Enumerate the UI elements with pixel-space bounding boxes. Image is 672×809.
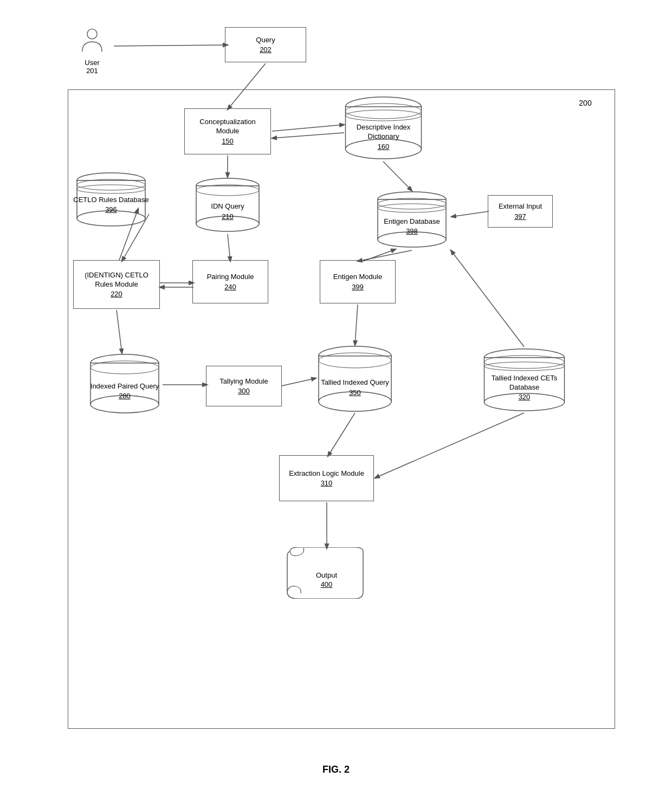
indexed-paired-query-label: Indexed Paired Query [91,382,159,391]
cetlo-rules-db-cylinder: CETLO Rules Database 396 [73,171,149,228]
query-box: Query 202 [225,27,306,62]
cetlo-rules-db-id: 396 [73,205,148,213]
output-scroll: Output 400 [285,547,369,599]
output-id: 400 [321,580,333,588]
identign-cetlo-label: (IDENTIGN) CETLO Rules Module [77,271,156,289]
entigen-db-id: 398 [384,227,440,235]
svg-line-33 [114,45,228,46]
conceptualization-id: 150 [222,137,234,145]
pairing-module-id: 240 [224,283,236,291]
cetlo-rules-db-label: CETLO Rules Database [73,196,148,205]
descriptive-index-id: 160 [341,143,425,151]
diagram-id-label: 200 [579,99,591,107]
descriptive-index-cylinder: Descriptive Index Dictionary 160 [341,95,425,160]
indexed-paired-query-cylinder: Indexed Paired Query 280 [87,352,163,415]
tallied-indexed-cets-label: Tallied Indexed CETs Database [480,374,569,392]
tallying-module-label: Tallying Module [219,377,268,386]
svg-point-0 [87,29,97,39]
conceptualization-label: Conceptualization Module [188,118,267,136]
extraction-logic-label: Extraction Logic Module [289,469,364,478]
figure-label: FIG. 2 [322,764,350,775]
pairing-module-label: Pairing Module [207,273,254,282]
tallied-indexed-cets-id: 320 [480,393,569,401]
tallied-indexed-cets-cylinder: Tallied Indexed CETs Database 320 [480,347,569,412]
external-input-box: External Input 397 [488,195,553,228]
conceptualization-box: Conceptualization Module 150 [184,108,271,154]
tallied-indexed-query-id: 350 [321,389,389,397]
pairing-module-box: Pairing Module 240 [192,260,268,303]
tallying-module-id: 300 [238,387,250,395]
user-figure: User 201 [70,27,114,75]
extraction-logic-box: Extraction Logic Module 310 [279,455,374,501]
entigen-module-label: Entigen Module [333,273,382,282]
tallied-indexed-query-label: Tallied Indexed Query [321,378,389,387]
entigen-module-id: 399 [352,283,364,291]
identign-cetlo-box: (IDENTIGN) CETLO Rules Module 220 [73,260,160,309]
idn-query-id: 210 [211,212,244,221]
user-icon [79,27,106,54]
query-id: 202 [260,46,272,54]
query-label: Query [256,36,275,45]
user-label: User 201 [70,59,114,75]
idn-query-label: IDN Query [211,202,244,211]
external-input-label: External Input [499,202,542,211]
idn-query-cylinder: IDN Query 210 [192,176,263,233]
external-input-id: 397 [514,212,526,221]
tallying-module-box: Tallying Module 300 [206,366,282,406]
identign-cetlo-id: 220 [111,290,122,298]
indexed-paired-query-id: 280 [91,392,159,400]
extraction-logic-id: 310 [321,479,333,487]
entigen-module-box: Entigen Module 399 [320,260,396,303]
descriptive-index-label: Descriptive Index Dictionary [341,123,425,141]
diagram-number: 200 [569,95,602,111]
entigen-db-cylinder: Entigen Database 398 [374,190,450,249]
tallied-indexed-query-cylinder: Tallied Indexed Query 350 [314,344,396,412]
entigen-db-label: Entigen Database [384,217,440,226]
output-label: Output [316,571,337,580]
